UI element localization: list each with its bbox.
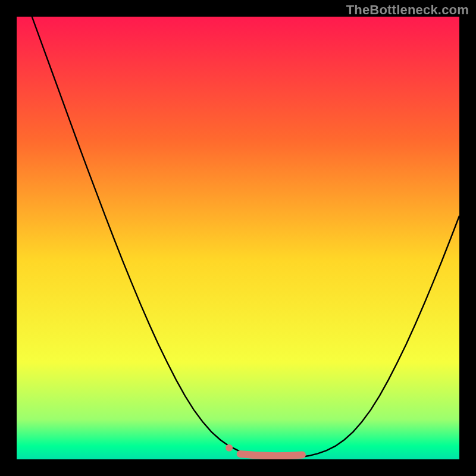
plot-area	[17, 17, 459, 459]
marker-dot	[226, 444, 233, 452]
outer-frame: TheBottleneck.com	[0, 0, 476, 476]
marker-segment	[240, 454, 302, 456]
bottleneck-curve	[17, 17, 459, 458]
chart-svg	[17, 17, 459, 459]
watermark-text: TheBottleneck.com	[346, 2, 469, 18]
